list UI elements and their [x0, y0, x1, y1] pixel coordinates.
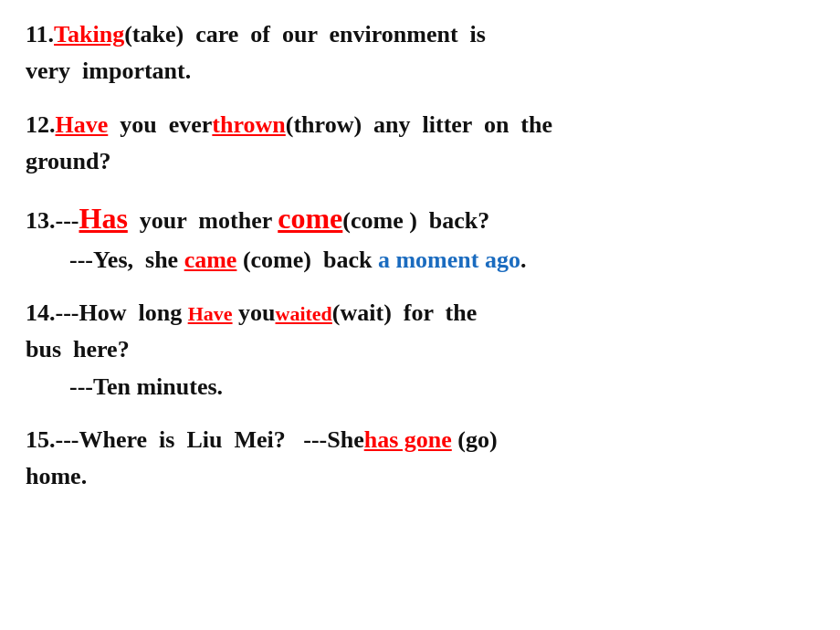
q13-sub-end: . [520, 247, 527, 273]
q11-rest: (take) care of our environment is [124, 21, 486, 47]
q15-line1: 15.---Where is Liu Mei? ---Shehas gone (… [26, 422, 814, 458]
q13-prefix: 13.--- [26, 207, 79, 234]
q14-line1: 14.---How long Have youwaited(wait) for … [26, 295, 814, 331]
q12-answer2: thrown [212, 111, 285, 138]
q13-answer2: come [278, 202, 342, 235]
q12-line1: 12.Have you everthrown(throw) any litter… [26, 107, 814, 143]
q11-text2: very important. [26, 53, 814, 89]
question-11: 11.Taking(take) care of our environment … [26, 16, 814, 90]
question-12: 12.Have you everthrown(throw) any litter… [26, 107, 814, 181]
q14-mid: you [233, 299, 276, 326]
q13-mid: your mother [128, 207, 278, 234]
q14-answer1: Have [188, 302, 233, 325]
q13-subpart: ---Yes, she came (come) back a moment ag… [26, 242, 814, 278]
q14-rest: (wait) for the [332, 299, 477, 326]
q15-prefix: 15.---Where is Liu Mei? ---She [26, 426, 364, 453]
q11-answer: Taking [54, 21, 124, 47]
question-15: 15.---Where is Liu Mei? ---Shehas gone (… [26, 422, 814, 496]
q14-subpart: ---Ten minutes. [26, 369, 814, 405]
question-14: 14.---How long Have youwaited(wait) for … [26, 295, 814, 405]
q15-line2: home. [26, 458, 814, 495]
q12-answer1: Have [56, 111, 109, 138]
q14-answer2: waited [276, 302, 332, 325]
q11-number: 11. [26, 21, 54, 47]
q13-sub-colored: a moment ago [378, 247, 520, 273]
q15-answer: has gone [364, 426, 452, 453]
question-13: 13.---Has your mother come(come ) back? … [26, 196, 814, 278]
q12-mid: you ever [108, 111, 212, 138]
q13-sub-answer: came [184, 247, 237, 273]
q12-rest: (throw) any litter on the [286, 111, 552, 138]
q15-rest: (go) [452, 426, 498, 453]
q13-line1: 13.---Has your mother come(come ) back? [26, 196, 814, 242]
q13-answer1: Has [79, 202, 127, 235]
q13-sub-mid: (come) back [236, 247, 378, 273]
q11-text: 11.Taking(take) care of our environment … [26, 16, 814, 53]
q13-sub-prefix: ---Yes, she [69, 247, 184, 273]
q12-number: 12. [26, 111, 56, 138]
q14-line2: bus here? [26, 331, 814, 368]
q14-prefix: 14.---How long [26, 299, 188, 326]
q13-rest: (come ) back? [342, 207, 489, 234]
q12-line2: ground? [26, 143, 814, 180]
